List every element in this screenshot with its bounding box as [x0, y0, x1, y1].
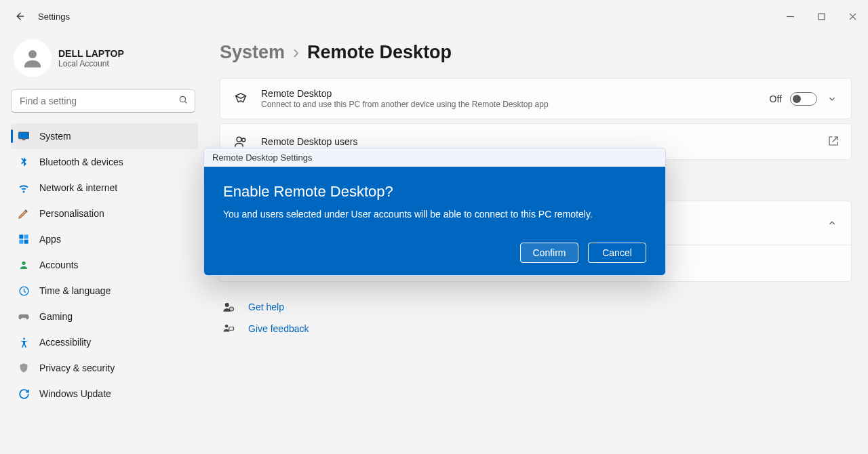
privacy-icon	[18, 362, 30, 374]
svg-rect-13	[19, 240, 23, 244]
remote-desktop-title: Remote Desktop	[261, 88, 757, 99]
confirm-button[interactable]: Confirm	[520, 243, 578, 263]
sidebar-item-gaming[interactable]: Gaming	[11, 304, 198, 329]
get-help-link[interactable]: ? Get help	[220, 301, 852, 313]
avatar-placeholder-icon	[20, 46, 45, 70]
time-icon	[18, 285, 30, 297]
accounts-icon	[18, 259, 30, 271]
chevron-right-icon: ›	[293, 42, 299, 63]
gaming-icon	[18, 310, 30, 323]
sidebar-item-accessibility[interactable]: Accessibility	[11, 329, 198, 355]
sidebar-item-label: Accounts	[39, 260, 79, 270]
avatar	[14, 39, 52, 77]
sidebar-item-label: Privacy & security	[39, 363, 115, 373]
svg-point-5	[28, 50, 37, 58]
sidebar-item-network[interactable]: Network & internet	[11, 175, 198, 201]
sidebar-item-system[interactable]: System	[11, 123, 198, 149]
update-icon	[18, 388, 30, 400]
svg-rect-8	[19, 132, 29, 139]
close-button[interactable]	[837, 5, 868, 27]
cancel-button[interactable]: Cancel	[588, 243, 646, 263]
sidebar-item-label: Bluetooth & devices	[39, 157, 123, 167]
remote-desktop-icon	[233, 91, 249, 107]
svg-point-20	[225, 303, 229, 307]
svg-rect-14	[24, 240, 28, 244]
svg-point-6	[180, 96, 185, 102]
sidebar-item-time-language[interactable]: Time & language	[11, 278, 198, 304]
svg-rect-10	[22, 140, 26, 141]
svg-point-23	[225, 325, 229, 328]
svg-line-7	[185, 102, 187, 104]
profile-name: DELL LAPTOP	[58, 48, 124, 59]
get-help-label: Get help	[248, 302, 284, 312]
network-icon	[18, 182, 30, 194]
svg-rect-11	[19, 234, 23, 239]
remote-desktop-card: Remote Desktop Connect to and use this P…	[220, 78, 852, 119]
profile-account-type: Local Account	[58, 59, 124, 68]
accessibility-icon	[18, 336, 30, 348]
apps-icon	[18, 233, 30, 245]
svg-rect-2	[818, 14, 825, 20]
search-input[interactable]	[18, 95, 178, 107]
remote-desktop-users-title: Remote Desktop users	[261, 136, 816, 147]
svg-rect-24	[229, 327, 234, 331]
expand-chevron-down-icon[interactable]	[825, 92, 839, 106]
sidebar-item-label: Network & internet	[39, 182, 117, 193]
sidebar-item-label: Accessibility	[39, 337, 91, 348]
svg-point-15	[22, 262, 25, 265]
sidebar-item-label: System	[39, 131, 71, 142]
feedback-icon	[222, 323, 236, 335]
sidebar-item-label: Personalisation	[39, 208, 104, 219]
breadcrumb-parent[interactable]: System	[220, 42, 285, 63]
personalisation-icon	[18, 207, 30, 220]
sidebar-item-apps[interactable]: Apps	[11, 226, 198, 252]
window-title: Settings	[38, 12, 70, 22]
dialog-heading: Enable Remote Desktop?	[223, 183, 646, 201]
page-title: Remote Desktop	[307, 42, 452, 63]
search-box[interactable]	[11, 89, 195, 112]
svg-point-17	[23, 337, 25, 339]
sidebar-item-privacy[interactable]: Privacy & security	[11, 355, 198, 381]
help-icon: ?	[222, 301, 236, 313]
sidebar-item-windows-update[interactable]: Windows Update	[11, 381, 198, 407]
remote-desktop-subtitle: Connect to and use this PC from another …	[261, 100, 757, 109]
svg-point-19	[242, 138, 245, 142]
sidebar: DELL LAPTOP Local Account System Bluetoo…	[0, 33, 203, 454]
svg-rect-12	[24, 234, 28, 239]
profile-block[interactable]: DELL LAPTOP Local Account	[11, 39, 198, 77]
give-feedback-link[interactable]: Give feedback	[220, 323, 852, 335]
external-link-icon	[828, 136, 839, 148]
sidebar-item-accounts[interactable]: Accounts	[11, 252, 198, 278]
remote-desktop-toggle[interactable]	[790, 92, 817, 106]
titlebar: Settings	[0, 0, 868, 33]
system-icon	[18, 130, 30, 142]
sidebar-item-bluetooth[interactable]: Bluetooth & devices	[11, 149, 198, 175]
sidebar-item-label: Time & language	[39, 285, 111, 296]
sidebar-item-personalisation[interactable]: Personalisation	[11, 201, 198, 226]
search-icon	[178, 95, 188, 107]
bluetooth-icon	[18, 156, 30, 168]
dialog-actions: Confirm Cancel	[223, 243, 646, 263]
dialog-message: You and users selected under User accoun…	[223, 209, 646, 220]
maximize-button[interactable]	[806, 5, 837, 27]
sidebar-item-label: Windows Update	[39, 388, 111, 399]
back-arrow-icon	[15, 11, 26, 22]
sidebar-item-label: Gaming	[39, 311, 73, 322]
help-links: ? Get help Give feedback	[220, 301, 852, 335]
give-feedback-label: Give feedback	[248, 323, 309, 334]
window-controls	[774, 5, 868, 27]
remote-desktop-state-label: Off	[770, 94, 782, 104]
back-button[interactable]	[9, 5, 31, 27]
minimize-button[interactable]	[774, 5, 806, 27]
sidebar-item-label: Apps	[39, 234, 61, 245]
enable-remote-desktop-dialog: Remote Desktop Settings Enable Remote De…	[203, 148, 666, 276]
svg-point-18	[237, 137, 241, 142]
collapse-chevron-up-icon[interactable]	[825, 216, 839, 230]
breadcrumb: System › Remote Desktop	[220, 42, 852, 63]
dialog-titlebar: Remote Desktop Settings	[204, 148, 665, 167]
